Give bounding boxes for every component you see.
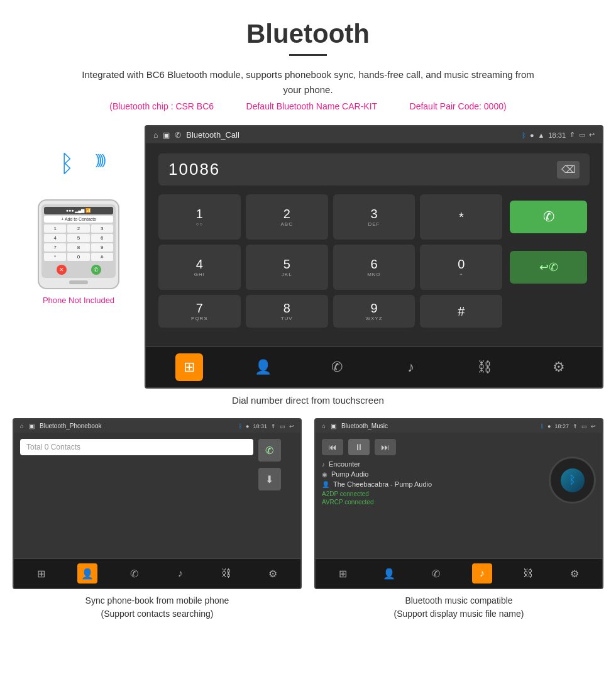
music-nav-contacts[interactable]: 👤 [379, 563, 399, 584]
music-block: ⌂ ▣ Bluetooth_Music ᛒ ● 18:27 ⇑ ▭ ↩ ⏮ ⏸ [314, 418, 603, 621]
specs-line: (Bluetooth chip : CSR BC6 Default Blueto… [0, 101, 616, 111]
phone-dial-grid: 1 2 3 4 5 6 7 8 9 * 0 # [44, 224, 113, 261]
phone-screen: ●●● ▂▄▆ 📶 + Add to Contacts 1 2 3 4 5 6 … [41, 204, 116, 278]
phone-key-1[interactable]: 1 [44, 224, 66, 233]
expand-icon[interactable]: ⇑ [569, 131, 575, 139]
pb-nav-grid[interactable]: ⊞ [31, 563, 52, 584]
pb-call-btn[interactable]: ✆ [258, 439, 281, 462]
pb-nav-phone[interactable]: ✆ [124, 563, 144, 584]
key-5-sub: JKL [282, 272, 292, 277]
key-4[interactable]: 4 GHI [158, 245, 241, 290]
key-1[interactable]: 1 ○○ [158, 194, 241, 240]
header-left: ⌂ ▣ ✆ Bluetooth_Call [153, 130, 239, 140]
key-2-sub: ABC [280, 221, 292, 227]
track-2-icon: ◉ [322, 471, 327, 478]
pb-nav-music[interactable]: ♪ [170, 563, 190, 584]
music-header-right: ᛒ ● 18:27 ⇑ ▭ ↩ [541, 423, 596, 429]
home-icon[interactable]: ⌂ [153, 131, 158, 140]
music-caption-2: (Support display music file name) [394, 609, 524, 619]
key-1-main: 1 [196, 207, 203, 221]
nav-settings[interactable]: ⚙ [545, 353, 573, 381]
phone-key-6[interactable]: 6 [91, 234, 113, 242]
nav-contacts[interactable]: 👤 [249, 353, 277, 381]
pb-buttons: ✆ ⬇ [258, 439, 281, 490]
phone-key-4[interactable]: 4 [44, 234, 66, 242]
phone-key-8[interactable]: 8 [67, 243, 89, 252]
prev-button[interactable]: ⏮ [322, 439, 343, 455]
music-home-icon[interactable]: ⌂ [322, 423, 326, 429]
phone-key-5[interactable]: 5 [67, 234, 89, 242]
pb-nav-link[interactable]: ⛓ [216, 563, 236, 584]
key-0[interactable]: 0 + [420, 245, 502, 290]
pb-home-icon[interactable]: ⌂ [20, 423, 24, 429]
disc-outer: ᛒ [549, 456, 596, 504]
phonebook-content: Total 0 Contacts ✆ ⬇ [14, 433, 300, 558]
key-9[interactable]: 9 WXYZ [333, 295, 415, 328]
key-3[interactable]: 3 DEF [333, 194, 415, 240]
phone-small-icon: ✆ [175, 131, 181, 140]
phone-bottom-bar: ✕ ✆ [44, 263, 113, 275]
phone-call-btn[interactable]: ✆ [91, 265, 101, 275]
nav-grid[interactable]: ⊞ [175, 353, 203, 381]
phone-home-button[interactable] [69, 280, 88, 284]
phonebook-header: ⌂ ▣ Bluetooth_Phonebook ᛒ ● 18:31 ⇑ ▭ ↩ [14, 419, 300, 433]
phone-end-btn[interactable]: ✕ [57, 265, 67, 275]
music-nav-grid[interactable]: ⊞ [333, 563, 353, 584]
phone-key-0[interactable]: 0 [67, 253, 89, 261]
backspace-button[interactable]: ⌫ [557, 161, 580, 179]
music-signal: ● [547, 423, 551, 429]
key-star[interactable]: * [420, 194, 502, 240]
music-expand[interactable]: ⇑ [573, 423, 578, 429]
pb-download-btn[interactable]: ⬇ [258, 468, 281, 490]
phone-not-included: Phone Not Included [43, 296, 114, 305]
dial-caption: Dial number direct from touchscreen [0, 395, 616, 406]
name-spec: Default Bluetooth Name CAR-KIT [246, 101, 378, 111]
music-content: ⏮ ⏸ ⏭ ♪ Encounter ◉ Pump Audio 👤 The Che… [316, 433, 602, 558]
recall-button-cell: ↩✆ [507, 245, 590, 290]
key-5[interactable]: 5 JKL [246, 245, 328, 290]
phone-key-9[interactable]: 9 [91, 243, 113, 252]
phone-key-hash[interactable]: # [91, 253, 113, 261]
call-button[interactable]: ✆ [510, 201, 587, 233]
nav-link[interactable]: ⛓ [471, 353, 498, 381]
pb-back[interactable]: ↩ [289, 423, 294, 429]
music-nav-link[interactable]: ⛓ [518, 563, 538, 584]
phone-key-3[interactable]: 3 [91, 224, 113, 233]
key-7[interactable]: 7 PQRS [158, 295, 241, 328]
music-nav-music[interactable]: ♪ [472, 563, 492, 584]
music-nav-settings[interactable]: ⚙ [564, 563, 585, 584]
key-1-sub: ○○ [196, 221, 204, 227]
key-0-main: 0 [458, 257, 465, 272]
phone-key-star[interactable]: * [44, 253, 66, 261]
key-hash[interactable]: # [420, 295, 502, 328]
dial-screen-header: ⌂ ▣ ✆ Bluetooth_Call ᛒ ● ▲ 18:31 ⇑ ▭ ↩ [146, 126, 602, 143]
phonebook-search[interactable]: Total 0 Contacts [20, 439, 253, 455]
recall-button[interactable]: ↩✆ [510, 251, 587, 284]
description-text: Integrated with BC6 Bluetooth module, su… [82, 67, 534, 97]
music-bottom-nav: ⊞ 👤 ✆ ♪ ⛓ ⚙ [316, 558, 602, 588]
phone-screen-top: ●●● ▂▄▆ 📶 [44, 207, 113, 214]
pb-expand[interactable]: ⇑ [271, 423, 276, 429]
pb-nav-settings[interactable]: ⚙ [263, 563, 283, 584]
back-icon[interactable]: ↩ [589, 131, 595, 139]
nav-music[interactable]: ♪ [397, 353, 425, 381]
pb-header-right: ᛒ ● 18:31 ⇑ ▭ ↩ [239, 423, 294, 429]
next-button[interactable]: ⏭ [375, 439, 396, 455]
track-1-name: Encounter [329, 460, 360, 468]
phone-key-2[interactable]: 2 [67, 224, 89, 233]
pb-nav-contacts[interactable]: 👤 [77, 563, 97, 584]
key-6[interactable]: 6 MNO [333, 245, 415, 290]
play-pause-button[interactable]: ⏸ [348, 439, 370, 455]
nav-phone[interactable]: ✆ [323, 353, 351, 381]
key-8[interactable]: 8 TUV [246, 295, 328, 328]
music-nav-phone[interactable]: ✆ [426, 563, 446, 584]
music-back[interactable]: ↩ [591, 423, 596, 429]
key-2[interactable]: 2 ABC [246, 194, 328, 240]
disc-inner: ᛒ [561, 468, 585, 492]
phonebook-screen: ⌂ ▣ Bluetooth_Phonebook ᛒ ● 18:31 ⇑ ▭ ↩ … [13, 418, 302, 589]
phone-key-7[interactable]: 7 [44, 243, 66, 252]
music-controls: ⏮ ⏸ ⏭ [322, 439, 596, 455]
dial-number: 10086 [168, 160, 220, 179]
pb-header-left: ⌂ ▣ Bluetooth_Phonebook [20, 423, 101, 429]
key-hash-main: # [458, 304, 465, 319]
